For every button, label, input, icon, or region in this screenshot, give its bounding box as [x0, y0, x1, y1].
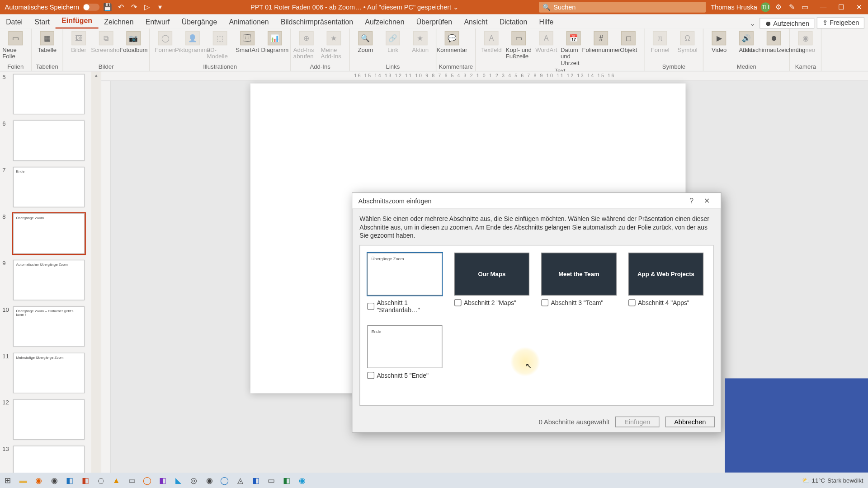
- slide-thumb-5[interactable]: 5: [2, 74, 96, 115]
- chrome-icon[interactable]: ◉: [47, 474, 62, 487]
- slide-thumbnails-panel[interactable]: ▴▾ 567Ende8Übergänge Zoom9Automatischer …: [0, 71, 101, 479]
- close-button[interactable]: ✕: [850, 3, 868, 11]
- onenote-icon[interactable]: ◧: [155, 474, 170, 487]
- section-checkbox[interactable]: [367, 371, 374, 379]
- start-button[interactable]: ⊞: [0, 474, 15, 487]
- coming-soon-icon[interactable]: ⚙: [774, 2, 783, 12]
- telegram-icon[interactable]: ◣: [170, 474, 186, 487]
- thumbnail-scrollbar[interactable]: ▴▾: [91, 71, 101, 479]
- window-icon[interactable]: ▭: [800, 2, 810, 12]
- ribbon-tabelle[interactable]: ▦Tabelle: [34, 30, 60, 54]
- record-button[interactable]: ⏺ Aufzeichnen: [760, 18, 815, 28]
- user-avatar[interactable]: TH: [761, 2, 770, 12]
- slide-thumb-8[interactable]: 8Übergänge Zoom: [2, 213, 96, 254]
- tab-aufzeichnen[interactable]: Aufzeichnen: [359, 15, 410, 28]
- cancel-button[interactable]: Abbrechen: [665, 416, 715, 427]
- dialog-title: Abschnittszoom einfügen: [359, 197, 432, 204]
- tab-zeichnen[interactable]: Zeichnen: [98, 15, 139, 28]
- tab-ansicht[interactable]: Ansicht: [458, 15, 493, 28]
- slide-thumb-7[interactable]: 7Ende: [2, 167, 96, 207]
- ribbon-objekt[interactable]: ◻Objekt: [615, 30, 642, 67]
- explorer-icon[interactable]: ▬: [15, 474, 31, 487]
- app-icon[interactable]: ◬: [232, 474, 248, 487]
- undo-icon[interactable]: ↶: [116, 2, 126, 12]
- ribbon-diagramm[interactable]: 📊Diagramm: [262, 30, 288, 61]
- outlook-icon[interactable]: ◧: [62, 474, 77, 487]
- tab-hilfe[interactable]: Hilfe: [533, 15, 559, 28]
- edge-icon[interactable]: ◉: [294, 474, 310, 487]
- ruler-horizontal: 16 15 14 13 12 11 10 9 8 7 6 5 4 3 2 1 0…: [101, 71, 868, 81]
- slide-thumb-11[interactable]: 11Mehrstufige Übergänge Zoom: [2, 353, 96, 394]
- tab-übergänge[interactable]: Übergänge: [176, 15, 223, 28]
- excel-icon[interactable]: ◧: [279, 474, 294, 487]
- more-icon[interactable]: ▾: [156, 2, 165, 12]
- section-checkbox[interactable]: [454, 299, 462, 306]
- obs-icon[interactable]: ◉: [202, 474, 217, 487]
- ribbon-foliennummer[interactable]: #Foliennummer: [588, 30, 614, 67]
- search-box[interactable]: 🔍 Suchen: [539, 2, 706, 13]
- ribbon-wordart: AWordArt: [533, 30, 559, 67]
- ribbon-kopf-und-fu-zeile[interactable]: ▭Kopf- und Fußzeile: [506, 30, 532, 67]
- user-name[interactable]: Thomas Hruska: [711, 4, 757, 11]
- vlc-icon[interactable]: ▲: [108, 474, 124, 487]
- firefox-icon[interactable]: ◉: [31, 474, 47, 487]
- section-checkbox[interactable]: [541, 299, 548, 306]
- dialog-close-button[interactable]: ✕: [699, 197, 715, 205]
- share-button[interactable]: ⇪ Freigeben: [817, 17, 864, 28]
- ribbon-video[interactable]: ▶Video: [706, 30, 732, 54]
- section-grid: Übergänge ZoomAbschnitt 1 "Standardab…"O…: [359, 244, 713, 405]
- word-icon[interactable]: ◧: [248, 474, 264, 487]
- dialog-help-button[interactable]: ?: [684, 197, 699, 205]
- minimize-button[interactable]: —: [814, 4, 832, 11]
- app-icon[interactable]: ◎: [186, 474, 201, 487]
- ribbon-smartart[interactable]: ⿴SmartArt: [234, 30, 260, 61]
- app-icon[interactable]: ◌: [93, 474, 108, 487]
- tab-einfügen[interactable]: Einfügen: [56, 14, 98, 29]
- tab-datei[interactable]: Datei: [0, 15, 28, 28]
- weather-widget[interactable]: ⛅ 11°C Stark bewölkt: [797, 477, 868, 484]
- insert-button[interactable]: Einfügen: [615, 416, 659, 427]
- tab-start[interactable]: Start: [28, 15, 56, 28]
- slide-thumb-10[interactable]: 10Übergänge Zoom – Einfacher geht's kone…: [2, 306, 96, 347]
- save-icon[interactable]: 💾: [103, 2, 113, 12]
- slide-thumb-6[interactable]: 6: [2, 120, 96, 161]
- draw-icon[interactable]: ✎: [787, 2, 797, 12]
- tab-bildschirmpräsentation[interactable]: Bildschirmpräsentation: [275, 15, 359, 28]
- ribbon-formen: ◯Formen: [152, 30, 178, 61]
- section-option-1[interactable]: Übergänge ZoomAbschnitt 1 "Standardab…": [367, 252, 442, 313]
- ribbon-neue-folie[interactable]: ▭Neue Folie: [2, 30, 28, 61]
- app-icon[interactable]: ▭: [124, 474, 139, 487]
- redo-icon[interactable]: ↷: [129, 2, 139, 12]
- ribbon-zoom[interactable]: 🔍Zoom: [352, 30, 378, 54]
- collapse-ribbon-icon[interactable]: ⌄: [748, 18, 757, 28]
- section-checkbox[interactable]: [367, 302, 374, 310]
- ribbon-group-label: Folien: [2, 63, 28, 70]
- section-option-2[interactable]: Our MapsAbschnitt 2 "Maps": [454, 252, 529, 313]
- app-icon[interactable]: ◯: [217, 474, 232, 487]
- section-option-3[interactable]: Meet the TeamAbschnitt 3 "Team": [541, 252, 616, 313]
- ribbon-group-label: Bilder: [66, 63, 146, 70]
- app-icon[interactable]: ◯: [140, 474, 155, 487]
- slide-thumb-9[interactable]: 9Automatischer Übergänge Zoom: [2, 260, 96, 300]
- ribbon-3d-modelle: ⬚3D-Modelle: [207, 30, 233, 61]
- tab-dictation[interactable]: Dictation: [493, 15, 533, 28]
- ribbon-bildschirmaufzeichnung[interactable]: ⏺Bildschirmaufzeichnung: [761, 30, 787, 54]
- start-show-icon[interactable]: ▷: [142, 2, 152, 12]
- app-icon[interactable]: ▭: [264, 474, 279, 487]
- ribbon-group-label: Kamera: [793, 63, 819, 70]
- tab-animationen[interactable]: Animationen: [223, 15, 274, 28]
- tab-entwurf[interactable]: Entwurf: [140, 15, 176, 28]
- ribbon-kommentar[interactable]: 💬Kommentar: [439, 30, 465, 54]
- tab-überprüfen[interactable]: Überprüfen: [410, 15, 458, 28]
- section-option-4[interactable]: App & Web ProjectsAbschnitt 4 "Apps": [628, 252, 703, 313]
- ribbon-symbol: ΩSymbol: [675, 30, 701, 54]
- autosave-toggle[interactable]: [83, 4, 99, 11]
- ribbon-fotoalbum[interactable]: 📷Fotoalbum: [120, 30, 146, 54]
- powerpoint-icon[interactable]: ◧: [77, 474, 93, 487]
- section-option-5[interactable]: EndeAbschnitt 5 "Ende": [367, 325, 442, 379]
- section-checkbox[interactable]: [628, 299, 636, 306]
- save-location[interactable]: Auf "diesem PC" gespeichert: [367, 3, 451, 10]
- maximize-button[interactable]: ☐: [832, 3, 850, 11]
- windows-taskbar[interactable]: ⊞ ▬ ◉ ◉ ◧ ◧ ◌ ▲ ▭ ◯ ◧ ◣ ◎ ◉ ◯ ◬ ◧ ▭ ◧ ◉ …: [0, 473, 868, 488]
- slide-thumb-12[interactable]: 12: [2, 399, 96, 440]
